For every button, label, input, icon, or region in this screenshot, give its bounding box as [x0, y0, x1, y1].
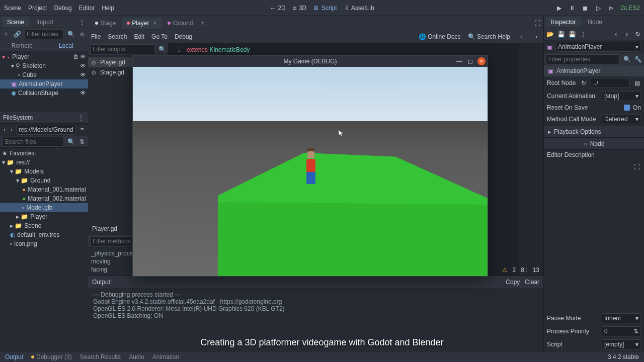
scene-tab-player[interactable]: Player×	[122, 18, 162, 29]
current-anim-select[interactable]: [stop]▾	[602, 91, 641, 101]
inspector-history-icon[interactable]: ↻	[634, 30, 642, 38]
game-debug-window[interactable]: My Game (DEBUG) — ◻ ×	[132, 55, 488, 277]
inspector-save-icon[interactable]: 💾	[557, 30, 565, 38]
online-docs-link[interactable]: 🌐 Online Docs	[419, 33, 461, 40]
visibility-icon[interactable]: 👁	[80, 71, 86, 78]
output-copy-button[interactable]: Copy	[506, 279, 520, 286]
output-clear-button[interactable]: Clear	[525, 279, 539, 286]
minimize-icon[interactable]: —	[455, 57, 463, 65]
fs-ground[interactable]: ▾ 📁Ground	[0, 176, 88, 185]
filter-nodes-input[interactable]	[24, 29, 64, 39]
inspector-tools-icon[interactable]: 🔧	[634, 55, 642, 63]
script-menu-file[interactable]: File	[91, 33, 101, 40]
fs-mat1[interactable]: ●Material_001.material	[0, 185, 88, 194]
renderer-label[interactable]: GLES2	[620, 5, 640, 12]
fs-res[interactable]: ▾ 📁res://	[0, 158, 88, 167]
btab-debugger[interactable]: Debugger (3)	[31, 353, 72, 360]
fs-modelglb[interactable]: ▫Model.glb	[0, 203, 88, 212]
fs-favorites[interactable]: ★Favorites:	[0, 149, 88, 158]
btab-animation[interactable]: Animation	[152, 353, 179, 360]
scene-node-skeleton[interactable]: ▾ ⚲Skeleton 👁	[0, 61, 88, 70]
link-icon[interactable]: 🔗	[13, 30, 21, 38]
inspector-fwd-icon[interactable]: ›	[623, 30, 631, 38]
scene-tab-ground[interactable]: Ground	[163, 18, 198, 29]
fs-models[interactable]: ▾ 📁Models	[0, 167, 88, 176]
pause-mode-select[interactable]: Inherit▾	[602, 313, 641, 323]
fs-fwd-icon[interactable]: ›	[9, 126, 14, 133]
search-help-link[interactable]: 🔍 Search Help	[468, 33, 510, 40]
script-menu-edit[interactable]: Edit	[134, 33, 144, 40]
fs-back-icon[interactable]: ‹	[2, 126, 7, 133]
stop-icon[interactable]: ◼	[581, 4, 589, 12]
scene-node-player[interactable]: ▾ ⬩Player 🗎👁	[0, 52, 88, 61]
warning-icon[interactable]: ⚠	[502, 266, 508, 274]
inspector-save-as-icon[interactable]: 💾	[568, 30, 576, 38]
visibility-icon[interactable]: 👁	[80, 53, 86, 60]
mode-script[interactable]: 🗎 Script	[313, 5, 337, 12]
scene-tab-stage[interactable]: Stage	[90, 18, 121, 29]
fs-sort-icon[interactable]: ⇅	[78, 138, 86, 146]
reset-icon[interactable]: ↻	[580, 79, 588, 87]
inspector-breadcrumb[interactable]: ▣AnimationPlayer	[544, 65, 644, 76]
inspector-open-icon[interactable]: 📂	[546, 30, 554, 38]
search-icon[interactable]: 🔍	[67, 30, 75, 38]
distraction-free-icon[interactable]: ⛶	[533, 19, 541, 27]
fs-player-folder[interactable]: ▸ 📁Player	[0, 212, 88, 221]
toggle-local[interactable]: Local	[44, 40, 89, 51]
search-icon[interactable]: 🔍	[158, 45, 166, 53]
script-menu-debug[interactable]: Debug	[175, 33, 192, 40]
btab-audio[interactable]: Audio	[129, 353, 144, 360]
panel-menu-icon[interactable]: ⋮	[78, 18, 86, 26]
import-tab[interactable]: Import	[31, 17, 58, 27]
play-scene-icon[interactable]: ▷	[594, 4, 602, 12]
menu-help[interactable]: Help	[102, 5, 114, 12]
visibility-icon[interactable]: 👁	[80, 89, 86, 97]
filter-scripts-input[interactable]	[90, 44, 155, 54]
minimap[interactable]	[519, 43, 543, 276]
maximize-icon[interactable]: ◻	[466, 57, 474, 65]
menu-debug[interactable]: Debug	[54, 5, 71, 12]
method-mode-select[interactable]: Deferred▾	[602, 114, 641, 124]
scene-node-cube[interactable]: ▫Cube 👁	[0, 70, 88, 79]
fs-view-icon[interactable]: ≡	[78, 126, 86, 134]
node-section[interactable]: ○Node	[544, 138, 644, 150]
menu-editor[interactable]: Editor	[79, 5, 95, 12]
close-icon[interactable]: ×	[153, 20, 156, 27]
inspector-back-icon[interactable]: ‹	[612, 30, 620, 38]
playback-options-section[interactable]: ▸Playback Options	[544, 126, 644, 138]
add-scene-tab-icon[interactable]: ＋	[199, 19, 207, 27]
root-node-value[interactable]: ../	[591, 78, 630, 88]
script-nav-fwd-icon[interactable]: ›	[532, 33, 540, 41]
inspector-filter-input[interactable]	[546, 54, 620, 64]
toggle-remote[interactable]: Remote	[0, 40, 44, 51]
inspector-tab[interactable]: Inspector	[546, 17, 581, 27]
assign-icon[interactable]: ▤	[633, 79, 641, 87]
add-node-icon[interactable]: ＋	[2, 30, 10, 38]
mode-2d[interactable]: ↔ 2D	[270, 5, 285, 12]
search-icon[interactable]: 🔍	[67, 138, 75, 146]
mode-assetlib[interactable]: ⇩ AssetLib	[344, 5, 374, 12]
scene-more-icon[interactable]: ⎋	[78, 30, 86, 38]
game-window-titlebar[interactable]: My Game (DEBUG) — ◻ ×	[133, 56, 488, 67]
menu-scene[interactable]: Scene	[4, 5, 21, 12]
visibility-icon[interactable]: 👁	[80, 62, 86, 69]
script-select[interactable]: [empty]▾	[602, 339, 641, 349]
fs-icon-png[interactable]: ▫icon.png	[0, 239, 88, 248]
filesystem-menu-icon[interactable]: ⋮	[77, 114, 85, 122]
search-icon[interactable]: 🔍	[623, 55, 631, 63]
btab-search-results[interactable]: Search Results	[80, 353, 121, 360]
play-custom-icon[interactable]: ⊳	[607, 4, 615, 12]
script-nav-back-icon[interactable]: ‹	[517, 33, 525, 41]
script-menu-search[interactable]: Search	[108, 33, 127, 40]
expand-icon[interactable]: ⛶	[633, 163, 641, 171]
script-menu-goto[interactable]: Go To	[151, 33, 168, 40]
inspector-object-select[interactable]: AnimationPlayer▾	[555, 42, 641, 52]
pause-icon[interactable]: ⏸	[568, 4, 576, 12]
script-indicator-icon[interactable]: 🗎	[73, 53, 79, 60]
mode-3d[interactable]: ⧈ 3D	[293, 5, 306, 12]
menu-project[interactable]: Project	[28, 5, 47, 12]
process-priority-input[interactable]: 0⇅	[602, 326, 641, 336]
fs-scene-folder[interactable]: ▸ 📁Scene	[0, 221, 88, 230]
fs-default-env[interactable]: ◐default_env.tres	[0, 230, 88, 239]
play-project-icon[interactable]: ▶	[555, 4, 563, 12]
